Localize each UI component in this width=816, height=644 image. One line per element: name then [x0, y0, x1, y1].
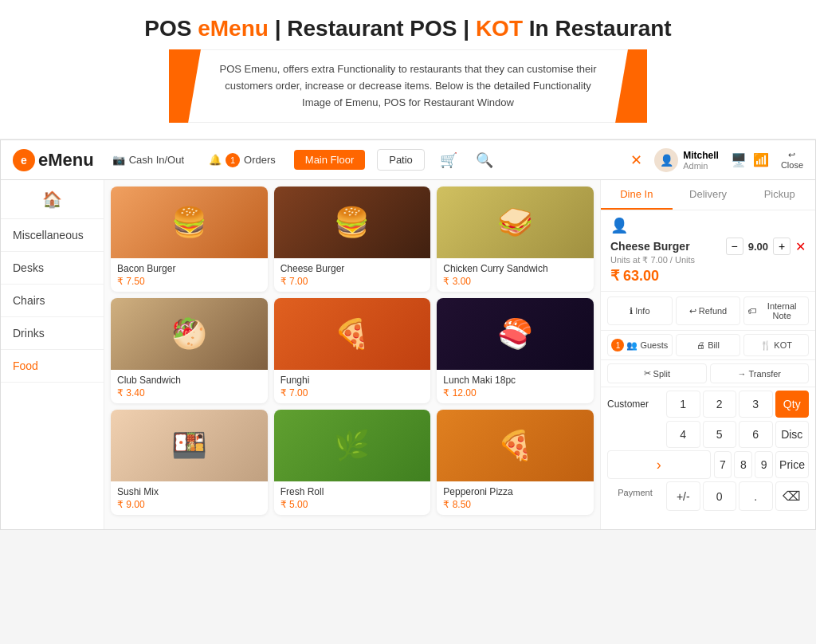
action-row-1: ℹ Info ↩ Refund 🏷 Internal Note	[601, 292, 815, 331]
food-image-pepperoni-pizza: 🍕	[437, 410, 594, 481]
tab-delivery[interactable]: Delivery	[673, 180, 744, 210]
tab-pickup[interactable]: Pickup	[743, 180, 815, 210]
refund-button[interactable]: ↩ Refund	[676, 296, 741, 325]
num-btn-8[interactable]: 8	[734, 451, 752, 478]
sidebar-item-desks[interactable]: Desks	[1, 252, 104, 285]
guests-icon: 👥	[626, 340, 638, 351]
food-image-funghi: 🍕	[274, 298, 431, 370]
refund-icon: ↩	[689, 306, 696, 316]
num-btn-9[interactable]: 9	[755, 451, 773, 478]
food-image-lunch-maki: 🍣	[437, 298, 594, 370]
logo: e eMenu	[13, 149, 94, 171]
pos-container: e eMenu 📷 Cash In/Out 🔔 1 Orders Main Fl…	[0, 139, 816, 530]
food-card-fresh-roll[interactable]: 🌿 Fresh Roll ₹ 5.00	[274, 410, 431, 515]
food-image-fresh-roll: 🌿	[274, 410, 431, 481]
numpad-top-buttons: 1 2 3 Qty	[666, 391, 809, 418]
payment-arrow-button[interactable]: ›	[607, 450, 711, 479]
food-price: ₹ 7.00	[280, 387, 425, 399]
num-btn-0[interactable]: 0	[703, 481, 737, 511]
qty-increase-button[interactable]: +	[773, 238, 790, 255]
orders-badge: 1	[226, 153, 240, 167]
monitor-icon: 🖥️	[731, 152, 747, 167]
num-btn-delete[interactable]: ⌫	[775, 481, 810, 511]
transfer-button[interactable]: → Transfer	[710, 363, 810, 383]
banner-title: POS eMenu | Restaurant POS | KOT In Rest…	[24, 16, 792, 41]
num-btn-dot[interactable]: .	[739, 481, 773, 511]
logo-icon: e	[13, 149, 35, 171]
kot-button[interactable]: 🍴 KOT	[743, 334, 809, 356]
bill-button[interactable]: 🖨 Bill	[676, 334, 741, 356]
guests-button[interactable]: 1 👥 Guests	[607, 334, 673, 356]
num-btn-1[interactable]: 1	[666, 391, 700, 418]
info-icon: ℹ	[630, 306, 633, 316]
food-name: Cheese Burger	[280, 263, 425, 274]
cash-in-out-button[interactable]: 📷 Cash In/Out	[106, 151, 190, 169]
food-image-cheese-burger: 🍔	[274, 187, 431, 258]
fork-icon: 🍴	[760, 340, 771, 351]
dine-tabs: Dine In Delivery Pickup	[601, 180, 815, 210]
price-mode-button[interactable]: Price	[775, 451, 809, 478]
sidebar-item-label: Desks	[13, 261, 44, 274]
wifi-icon: 📶	[753, 152, 769, 167]
sidebar-item-label: Drinks	[13, 327, 45, 340]
food-card-club-sandwich[interactable]: 🥙 Club Sandwich ₹ 3.40	[111, 298, 268, 403]
info-button[interactable]: ℹ Info	[607, 296, 673, 325]
tab-dine-in[interactable]: Dine In	[601, 180, 673, 210]
sidebar-item-miscellaneous[interactable]: Miscellaneous	[1, 219, 104, 252]
qty-mode-button[interactable]: Qty	[775, 391, 810, 418]
numpad-bottom-buttons: 7 8 9 Price	[714, 451, 810, 478]
num-btn-plusminus[interactable]: +/-	[666, 481, 700, 511]
food-price: ₹ 9.00	[117, 499, 261, 510]
internal-note-button[interactable]: 🏷 Internal Note	[743, 296, 809, 325]
num-btn-6[interactable]: 6	[739, 421, 773, 448]
close-button[interactable]: ↩ Close	[781, 150, 803, 170]
food-card-cheese-burger[interactable]: 🍔 Cheese Burger ₹ 7.00	[274, 187, 431, 292]
num-btn-5[interactable]: 5	[703, 421, 737, 448]
food-price: ₹ 3.00	[443, 276, 587, 287]
food-name: Club Sandwich	[117, 375, 261, 386]
patio-button[interactable]: Patio	[377, 149, 425, 171]
num-btn-3[interactable]: 3	[739, 391, 773, 418]
num-btn-4[interactable]: 4	[666, 421, 700, 448]
food-card-sushi-mix[interactable]: 🍱 Sushi Mix ₹ 9.00	[111, 410, 268, 515]
qty-decrease-button[interactable]: −	[726, 238, 743, 255]
action-row-2: 1 👥 Guests 🖨 Bill 🍴 KOT	[601, 331, 815, 360]
food-card-pepperoni-pizza[interactable]: 🍕 Pepperoni Pizza ₹ 8.50	[437, 410, 594, 515]
num-btn-7[interactable]: 7	[714, 451, 732, 478]
numpad-row-3: › 7 8 9 Price	[607, 450, 809, 479]
disc-mode-button[interactable]: Disc	[775, 421, 810, 448]
pos-main: 🏠 Miscellaneous Desks Chairs Drinks Food	[1, 180, 815, 529]
numpad-section: Customer 1 2 3 Qty 4 5 6 Disc	[601, 387, 815, 529]
food-image-chicken-curry-sandwich: 🥪	[437, 187, 594, 258]
orders-button[interactable]: 🔔 1 Orders	[202, 150, 282, 171]
sidebar-item-drinks[interactable]: Drinks	[1, 317, 104, 350]
banner-title-end: In Restaurant	[523, 16, 672, 41]
food-price: ₹ 7.00	[280, 276, 425, 287]
banner-title-kot: KOT	[476, 16, 523, 41]
home-icon: 🏠	[42, 190, 62, 209]
food-card-lunch-maki[interactable]: 🍣 Lunch Maki 18pc ₹ 12.00	[437, 298, 594, 403]
camera-icon: 📷	[112, 154, 125, 166]
food-name: Bacon Burger	[117, 263, 261, 274]
sidebar-item-chairs[interactable]: Chairs	[1, 285, 104, 317]
close-x-icon[interactable]: ✕	[630, 151, 642, 169]
food-card-bacon-burger[interactable]: 🍔 Bacon Burger ₹ 7.50	[111, 187, 268, 292]
user-info: 👤 Mitchell Admin	[654, 148, 719, 172]
num-btn-2[interactable]: 2	[703, 391, 737, 418]
food-name: Pepperoni Pizza	[443, 486, 587, 497]
sidebar-item-food[interactable]: Food	[1, 350, 104, 383]
qty-controls: − 9.00 + ✕	[726, 238, 806, 255]
tag-icon: 🏷	[747, 306, 756, 316]
search-icon[interactable]: 🔍	[473, 148, 496, 172]
cart-icon[interactable]: 🛒	[437, 148, 461, 172]
food-name: Lunch Maki 18pc	[443, 375, 587, 386]
main-floor-button[interactable]: Main Floor	[294, 150, 365, 170]
food-card-chicken-curry-sandwich[interactable]: 🥪 Chicken Curry Sandwich ₹ 3.00	[437, 187, 594, 292]
numpad-row-4: Payment +/- 0 . ⌫	[607, 481, 809, 511]
avatar: 👤	[654, 148, 678, 172]
remove-item-button[interactable]: ✕	[795, 239, 806, 254]
split-button[interactable]: ✂ Split	[607, 363, 707, 383]
sidebar-home-button[interactable]: 🏠	[1, 180, 104, 219]
food-card-funghi[interactable]: 🍕 Funghi ₹ 7.00	[274, 298, 431, 403]
user-name: Mitchell	[683, 150, 719, 161]
